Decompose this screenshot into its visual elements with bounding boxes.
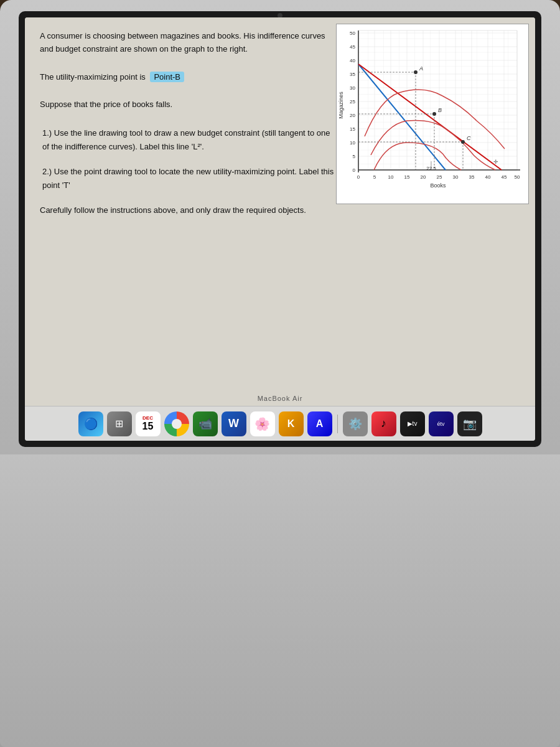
svg-point-58 (414, 70, 418, 74)
laptop-base: esc ☀F1 ☀☀F2 ▤▤F3 🔍F4 🎤F5 ☽F6 ⏮F7 ⏯F8 ⏭ … (0, 454, 560, 747)
dock-icon-settings[interactable]: ⚙️ (343, 411, 368, 436)
svg-point-60 (432, 112, 436, 116)
dock-icon-accessibility[interactable]: A (307, 411, 332, 436)
svg-text:5: 5 (373, 174, 376, 180)
calendar-date: 15 (142, 421, 154, 432)
svg-text:40: 40 (485, 174, 491, 180)
graph-svg: 0 5 10 15 20 25 30 35 40 45 50 0 5 (337, 24, 530, 199)
svg-text:20: 20 (350, 113, 355, 118)
svg-text:50: 50 (515, 174, 520, 180)
dock-icon-k[interactable]: K (279, 411, 304, 436)
macbook-air-label: MacBook Air (258, 395, 303, 402)
svg-text:0: 0 (353, 167, 356, 173)
svg-text:50: 50 (350, 31, 355, 36)
dock-icon-word[interactable]: W (222, 411, 246, 436)
svg-text:35: 35 (350, 72, 355, 77)
svg-text:20: 20 (421, 174, 426, 180)
screen: A consumer is choosing between magazines… (25, 17, 535, 441)
dock-icon-facetime[interactable]: 📹 (193, 411, 218, 436)
svg-text:B: B (438, 107, 442, 113)
svg-text:15: 15 (350, 126, 355, 132)
svg-text:25: 25 (350, 99, 355, 105)
svg-text:C: C (467, 135, 471, 141)
svg-point-62 (461, 140, 465, 144)
question-section: A consumer is choosing between magazines… (40, 30, 338, 217)
svg-text:30: 30 (453, 174, 459, 180)
svg-text:30: 30 (350, 85, 355, 91)
item1-text: 1.) Use the line drawing tool to draw a … (42, 126, 338, 154)
utility-line: The utility-maximizing point is Point-B (40, 71, 338, 84)
graph-container: 0 5 10 15 20 25 30 35 40 45 50 0 5 (336, 24, 529, 204)
svg-text:35: 35 (469, 174, 475, 180)
svg-text:22.5: 22.5 (426, 166, 436, 171)
svg-text:5: 5 (353, 154, 356, 159)
svg-text:0: 0 (357, 174, 360, 180)
item2-text: 2.) Use the point drawing tool to locate… (42, 165, 338, 192)
svg-text:45: 45 (350, 44, 355, 50)
svg-text:Books: Books (430, 182, 446, 189)
svg-text:25: 25 (437, 174, 442, 180)
svg-text:45: 45 (502, 174, 507, 180)
dock-icon-etv[interactable]: étv (429, 411, 454, 436)
suppose-text: Suppose that the price of books falls. (40, 98, 338, 111)
dock-icon-launchpad[interactable]: ⊞ (107, 411, 132, 436)
intro-text: A consumer is choosing between magazines… (40, 30, 338, 56)
svg-text:✛: ✛ (493, 159, 498, 165)
svg-text:40: 40 (350, 58, 355, 63)
svg-text:A: A (419, 65, 423, 72)
utility-value: Point-B (150, 72, 184, 82)
dock-icon-photos[interactable]: 🌸 (250, 411, 275, 436)
content-area: A consumer is choosing between magazines… (25, 17, 535, 410)
svg-text:Magazines: Magazines (338, 92, 344, 119)
svg-text:10: 10 (350, 140, 355, 146)
dock-icon-music[interactable]: ♪ (371, 411, 396, 436)
dock-separator (337, 415, 338, 433)
svg-text:15: 15 (404, 174, 410, 180)
dock-icon-appletv[interactable]: ▶tv (400, 411, 425, 436)
dock-icon-calendar[interactable]: DEC 15 (136, 411, 161, 436)
dock: 🔵 ⊞ DEC 15 📹 (25, 406, 535, 441)
utility-label: The utility-maximizing point is (40, 72, 146, 82)
dock-icon-camera[interactable]: 📷 (457, 411, 482, 436)
carefully-text: Carefully follow the instructions above,… (40, 204, 338, 217)
dock-icon-finder[interactable]: 🔵 (78, 411, 103, 436)
svg-rect-1 (358, 31, 517, 170)
svg-text:10: 10 (388, 174, 394, 180)
screen-bezel: A consumer is choosing between magazines… (19, 11, 541, 447)
dock-icon-chrome[interactable] (164, 411, 189, 436)
